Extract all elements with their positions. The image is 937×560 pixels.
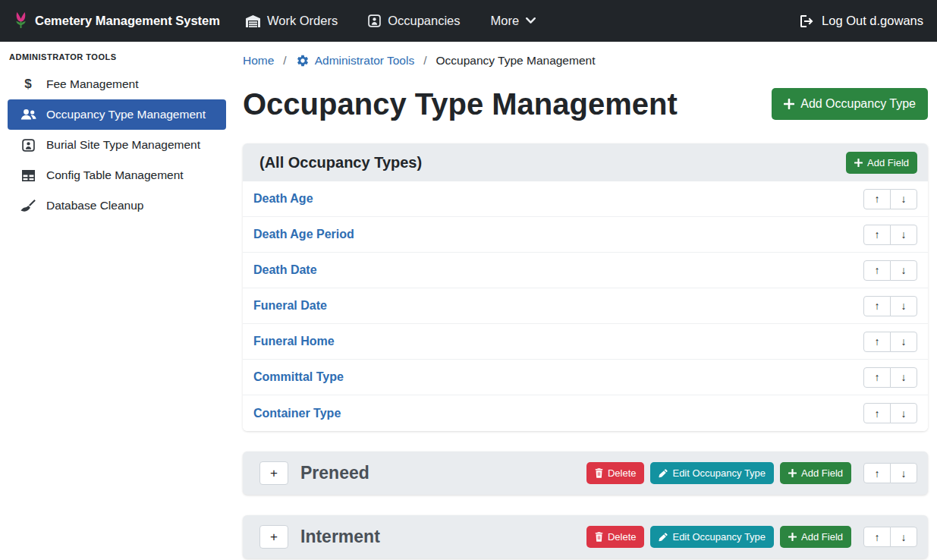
plus-icon bbox=[784, 99, 794, 109]
sidebar-item-label: Fee Management bbox=[46, 77, 139, 91]
plus-icon bbox=[854, 159, 863, 167]
sidebar-item-label: Occupancy Type Management bbox=[46, 108, 206, 121]
button-label: Delete bbox=[608, 531, 637, 543]
sidebar-item-occupancy-type-management[interactable]: Occupancy Type Management bbox=[8, 99, 226, 130]
nav-item-occupancies[interactable]: Occupancies bbox=[368, 14, 460, 28]
button-label: Edit Occupancy Type bbox=[672, 531, 766, 543]
move-down-button[interactable]: ↓ bbox=[890, 367, 917, 388]
field-link-funeral-home[interactable]: Funeral Home bbox=[253, 335, 335, 348]
breadcrumb-admin-tools-link[interactable]: Administrator Tools bbox=[296, 54, 415, 68]
reorder-buttons: ↑ ↓ bbox=[863, 463, 917, 483]
app-brand[interactable]: Cemetery Management System bbox=[14, 11, 220, 31]
trash-icon bbox=[595, 532, 603, 542]
breadcrumb-label: Administrator Tools bbox=[315, 54, 415, 68]
button-label: Delete bbox=[608, 467, 637, 479]
logout-button[interactable]: Log Out d.gowans bbox=[800, 14, 923, 28]
plus-icon bbox=[788, 469, 797, 477]
logout-icon bbox=[800, 15, 815, 27]
nav-item-label: Occupancies bbox=[388, 14, 460, 28]
move-down-button[interactable]: ↓ bbox=[890, 296, 917, 316]
sidebar-item-burial-site-type-management[interactable]: Burial Site Type Management bbox=[8, 130, 226, 160]
section-actions: Delete Edit Occupancy Type Add Field ↑ bbox=[586, 526, 917, 548]
delete-button[interactable]: Delete bbox=[586, 462, 645, 484]
move-up-button[interactable]: ↑ bbox=[863, 403, 891, 423]
breadcrumb-label: Home bbox=[243, 54, 274, 68]
nav-item-label: Work Orders bbox=[267, 14, 338, 28]
field-row: Death Date ↑ ↓ bbox=[243, 253, 928, 288]
add-occupancy-type-button[interactable]: Add Occupancy Type bbox=[772, 88, 928, 120]
field-link-committal-type[interactable]: Committal Type bbox=[253, 370, 344, 384]
nav-item-label: More bbox=[491, 14, 520, 28]
move-down-button[interactable]: ↓ bbox=[890, 189, 917, 209]
move-down-button[interactable]: ↓ bbox=[890, 463, 917, 483]
nav-item-work-orders[interactable]: Work Orders bbox=[246, 14, 338, 28]
gear-icon bbox=[296, 54, 310, 68]
main-content: Home / Administrator Tools / Occupancy T… bbox=[235, 42, 937, 560]
add-field-button[interactable]: Add Field bbox=[780, 462, 851, 484]
sidebar-item-label: Burial Site Type Management bbox=[46, 138, 200, 152]
breadcrumb-home-link[interactable]: Home bbox=[243, 54, 274, 68]
breadcrumb-current: Occupancy Type Management bbox=[436, 54, 596, 68]
field-link-death-age-period[interactable]: Death Age Period bbox=[253, 228, 354, 241]
reorder-buttons: ↑ ↓ bbox=[863, 189, 917, 209]
field-row: Committal Type ↑ ↓ bbox=[243, 360, 928, 395]
expand-button[interactable]: + bbox=[259, 461, 288, 485]
edit-occupancy-type-button[interactable]: Edit Occupancy Type bbox=[650, 462, 774, 484]
reorder-buttons: ↑ ↓ bbox=[863, 527, 917, 547]
broom-icon bbox=[20, 200, 36, 212]
move-up-button[interactable]: ↑ bbox=[863, 225, 891, 245]
edit-occupancy-type-button[interactable]: Edit Occupancy Type bbox=[650, 526, 774, 548]
add-field-button[interactable]: Add Field bbox=[846, 152, 917, 174]
field-link-death-age[interactable]: Death Age bbox=[253, 192, 313, 206]
flower-logo-icon bbox=[14, 11, 28, 31]
person-frame-icon bbox=[368, 14, 381, 27]
move-up-button[interactable]: ↑ bbox=[863, 527, 891, 547]
trash-icon bbox=[595, 468, 603, 478]
sidebar-item-fee-management[interactable]: $ Fee Management bbox=[8, 69, 226, 99]
field-row: Funeral Date ↑ ↓ bbox=[243, 288, 928, 324]
field-link-container-type[interactable]: Container Type bbox=[253, 407, 341, 420]
sidebar-header: ADMINISTRATOR TOOLS bbox=[0, 46, 235, 69]
move-down-button[interactable]: ↓ bbox=[890, 527, 917, 547]
button-label: Add Occupancy Type bbox=[800, 97, 916, 111]
move-up-button[interactable]: ↑ bbox=[863, 367, 891, 388]
reorder-buttons: ↑ ↓ bbox=[863, 403, 917, 423]
reorder-buttons: ↑ ↓ bbox=[863, 260, 917, 281]
add-field-button[interactable]: Add Field bbox=[780, 526, 851, 548]
move-up-button[interactable]: ↑ bbox=[863, 332, 891, 352]
section-title: Interment bbox=[300, 527, 586, 547]
plus-icon bbox=[788, 533, 797, 541]
sidebar-item-config-table-management[interactable]: Config Table Management bbox=[8, 160, 226, 190]
move-down-button[interactable]: ↓ bbox=[890, 403, 917, 423]
field-link-funeral-date[interactable]: Funeral Date bbox=[253, 299, 327, 313]
reorder-buttons: ↑ ↓ bbox=[863, 225, 917, 245]
warehouse-icon bbox=[246, 15, 260, 27]
brand-label: Cemetery Management System bbox=[35, 14, 220, 28]
section-title: Preneed bbox=[300, 463, 586, 483]
field-row: Death Age ↑ ↓ bbox=[243, 181, 928, 217]
top-navbar: Cemetery Management System Work Orders O… bbox=[0, 0, 937, 42]
sidebar-item-label: Database Cleanup bbox=[46, 199, 143, 212]
move-down-button[interactable]: ↓ bbox=[890, 332, 917, 352]
page-title: Occupancy Type Management bbox=[243, 84, 678, 124]
nav-item-more[interactable]: More bbox=[491, 14, 536, 28]
occupancy-type-section-preneed: + Preneed Delete Edit Occupancy Type bbox=[243, 451, 928, 495]
move-up-button[interactable]: ↑ bbox=[863, 296, 891, 316]
move-up-button[interactable]: ↑ bbox=[863, 260, 891, 281]
move-down-button[interactable]: ↓ bbox=[890, 225, 917, 245]
all-occupancy-types-card: (All Occupancy Types) Add Field Death Ag… bbox=[243, 143, 928, 431]
move-up-button[interactable]: ↑ bbox=[863, 463, 891, 483]
move-down-button[interactable]: ↓ bbox=[890, 260, 917, 281]
move-up-button[interactable]: ↑ bbox=[863, 189, 891, 209]
table-icon bbox=[20, 170, 36, 181]
expand-button[interactable]: + bbox=[259, 525, 288, 549]
sidebar: ADMINISTRATOR TOOLS $ Fee Management Occ… bbox=[0, 42, 235, 560]
nav-links: Work Orders Occupancies More bbox=[246, 14, 536, 28]
field-link-death-date[interactable]: Death Date bbox=[253, 263, 317, 277]
reorder-buttons: ↑ ↓ bbox=[863, 367, 917, 388]
sidebar-item-database-cleanup[interactable]: Database Cleanup bbox=[8, 190, 226, 221]
button-label: Add Field bbox=[801, 467, 843, 479]
users-icon bbox=[20, 109, 36, 121]
button-label: Edit Occupancy Type bbox=[672, 467, 766, 479]
delete-button[interactable]: Delete bbox=[586, 526, 645, 548]
